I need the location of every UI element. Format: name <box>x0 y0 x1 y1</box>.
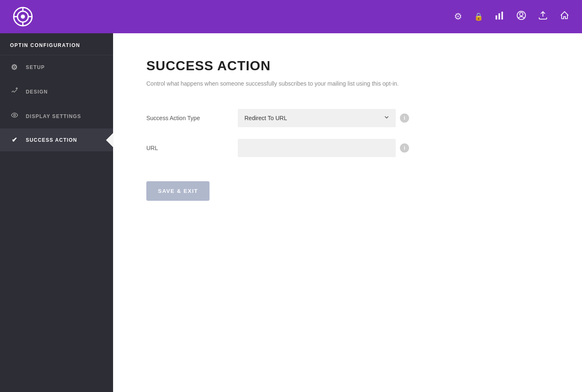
url-input[interactable] <box>238 139 396 157</box>
svg-point-12 <box>16 88 17 89</box>
main-content-area: SUCCESS ACTION Control what happens when… <box>113 33 582 392</box>
url-control: i <box>238 139 409 157</box>
page-title: SUCCESS ACTION <box>146 58 549 74</box>
home-icon[interactable] <box>560 10 570 23</box>
main-layout: OPTIN CONFIGURATION ⚙ SETUP DESIGN DISPL… <box>0 33 582 392</box>
sidebar-item-label: DISPLAY SETTINGS <box>26 113 103 119</box>
topnav-icon-group: ⚙ 🔒 <box>454 10 570 23</box>
chart-icon[interactable] <box>495 10 505 23</box>
success-action-type-select[interactable]: Redirect To URL Show Message <box>238 109 396 127</box>
upload-icon[interactable] <box>538 10 548 23</box>
gear-icon: ⚙ <box>10 63 19 72</box>
sidebar-item-display-settings[interactable]: DISPLAY SETTINGS <box>0 104 113 128</box>
info-icon-action-type[interactable]: i <box>400 113 409 123</box>
top-navigation: ⚙ 🔒 <box>0 0 582 33</box>
info-icon-url[interactable]: i <box>400 143 409 153</box>
user-circle-icon[interactable] <box>516 10 526 23</box>
svg-point-13 <box>14 114 16 116</box>
check-icon: ✔ <box>10 136 19 144</box>
save-exit-button[interactable]: SAVE & EXIT <box>146 181 210 201</box>
sidebar-section-title: OPTIN CONFIGURATION <box>0 33 113 55</box>
url-label: URL <box>146 145 238 151</box>
sidebar-item-label: SETUP <box>26 64 103 70</box>
lock-icon[interactable]: 🔒 <box>474 12 483 21</box>
design-icon <box>10 87 19 96</box>
svg-rect-9 <box>501 12 503 20</box>
svg-rect-7 <box>496 15 497 20</box>
settings-icon[interactable]: ⚙ <box>454 11 462 22</box>
sidebar-item-setup[interactable]: ⚙ SETUP <box>0 55 113 79</box>
svg-point-11 <box>520 12 523 16</box>
success-action-type-label: Success Action Type <box>146 115 238 121</box>
svg-rect-8 <box>498 13 500 20</box>
url-row: URL i <box>146 139 549 157</box>
sidebar-item-success-action[interactable]: ✔ SUCCESS ACTION <box>0 128 113 151</box>
sidebar-item-design[interactable]: DESIGN <box>0 79 113 104</box>
sidebar-item-label: SUCCESS ACTION <box>26 137 103 143</box>
eye-icon <box>10 111 19 121</box>
app-logo[interactable] <box>12 6 33 27</box>
svg-point-2 <box>21 15 25 19</box>
success-action-type-select-wrapper: Redirect To URL Show Message <box>238 109 396 127</box>
page-description: Control what happens when someone succes… <box>146 79 549 88</box>
sidebar-item-label: DESIGN <box>26 89 103 95</box>
success-action-type-control: Redirect To URL Show Message i <box>238 109 409 127</box>
sidebar: OPTIN CONFIGURATION ⚙ SETUP DESIGN DISPL… <box>0 33 113 392</box>
success-action-type-row: Success Action Type Redirect To URL Show… <box>146 109 549 127</box>
active-arrow <box>106 133 113 148</box>
